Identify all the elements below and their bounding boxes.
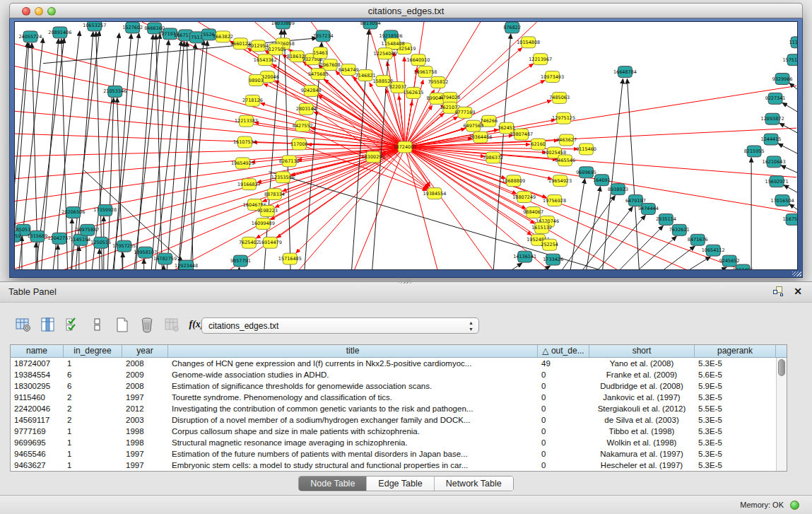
graph-node[interactable]: 10654112 bbox=[702, 245, 725, 256]
graph-node[interactable]: 12975125 bbox=[552, 112, 575, 124]
table-row[interactable]: 946362711997Embryonic stem cells: a mode… bbox=[11, 460, 787, 471]
graph-node[interactable]: 7625402 bbox=[239, 237, 259, 248]
red-edge[interactable] bbox=[405, 147, 438, 269]
table-selector-dropdown[interactable]: citations_edges.txt ▲▼ bbox=[201, 317, 479, 334]
graph-node[interactable]: 7955812 bbox=[428, 77, 448, 88]
tab-network-table[interactable]: Network Table bbox=[435, 477, 513, 491]
select-rows-icon[interactable] bbox=[64, 316, 82, 334]
table-scrollbar[interactable] bbox=[776, 358, 787, 471]
graph-node[interactable]: 9115460 bbox=[576, 144, 596, 155]
graph-node[interactable]: 252254 bbox=[541, 239, 558, 250]
graph-node[interactable]: 1733426 bbox=[543, 254, 563, 265]
table-settings-icon[interactable] bbox=[14, 316, 33, 334]
graph-node[interactable]: 1562615 bbox=[404, 87, 424, 98]
row-height-icon[interactable] bbox=[88, 316, 107, 334]
graph-node[interactable]: 8938923 bbox=[608, 184, 628, 195]
black-edge[interactable] bbox=[779, 123, 797, 140]
delete-table-icon[interactable] bbox=[138, 316, 156, 334]
close-window-button[interactable] bbox=[22, 7, 30, 16]
graph-node[interactable]: 111730 bbox=[789, 37, 797, 48]
graph-node[interactable]: 5475685 bbox=[308, 69, 329, 80]
graph-node[interactable]: 8267130 bbox=[279, 156, 300, 167]
black-edge[interactable] bbox=[131, 34, 160, 269]
graph-node[interactable]: 16648784 bbox=[613, 66, 637, 78]
graph-node[interactable]: 8813054 bbox=[360, 22, 381, 29]
graph-node[interactable]: 9329966 bbox=[772, 74, 793, 85]
graph-node[interactable]: 16033809 bbox=[271, 22, 295, 29]
graph-node[interactable]: 16107534 bbox=[233, 136, 257, 148]
red-edge[interactable] bbox=[404, 57, 405, 147]
graph-node[interactable]: 16640910 bbox=[406, 54, 430, 66]
graph-node[interactable]: 98903 bbox=[249, 75, 264, 86]
graph-node[interactable]: 20206506 bbox=[61, 207, 85, 218]
table-row[interactable]: 911546021997Tourette syndrome. Phenomeno… bbox=[11, 392, 787, 403]
graph-node[interactable]: 16099489 bbox=[252, 218, 275, 229]
graph-node[interactable]: 9777169 bbox=[454, 107, 475, 118]
graph-node[interactable]: 9227341 bbox=[765, 93, 786, 104]
graph-node[interactable]: 12213967 bbox=[529, 54, 552, 65]
column-header-2[interactable]: year bbox=[122, 345, 168, 357]
column-header-5[interactable]: short bbox=[589, 345, 695, 357]
graph-node[interactable]: 9884067 bbox=[523, 207, 543, 218]
memory-ok-icon[interactable] bbox=[790, 501, 799, 510]
graph-node[interactable]: 24055724 bbox=[18, 31, 42, 42]
network-canvas[interactable]: 2405572420891406106532571527602846616010… bbox=[14, 21, 798, 270]
graph-node[interactable]: 12042757 bbox=[47, 233, 71, 244]
red-edge[interactable] bbox=[314, 112, 405, 147]
graph-node[interactable]: 19654923 bbox=[548, 175, 572, 187]
tab-node-table[interactable]: Node Table bbox=[299, 477, 367, 491]
red-edge[interactable] bbox=[394, 52, 405, 147]
graph-node[interactable]: 7632621 bbox=[669, 224, 690, 235]
column-header-6[interactable]: pagerank bbox=[695, 345, 776, 357]
column-header-3[interactable]: title bbox=[168, 345, 538, 357]
import-table-icon[interactable] bbox=[163, 316, 181, 334]
network-graph[interactable]: 2405572420891406106532571527602846616010… bbox=[15, 22, 797, 269]
graph-node[interactable]: 2803144 bbox=[296, 103, 317, 115]
graph-node[interactable]: 7485063 bbox=[549, 92, 570, 103]
graph-node[interactable]: 9465546 bbox=[555, 155, 575, 166]
graph-node[interactable]: 9474444 bbox=[638, 204, 659, 215]
red-edge[interactable] bbox=[405, 147, 495, 269]
graph-node[interactable]: 16914479 bbox=[259, 237, 282, 248]
graph-node[interactable]: 15716485 bbox=[278, 253, 302, 264]
black-edge[interactable] bbox=[96, 32, 103, 269]
graph-node[interactable]: 15751074 bbox=[783, 54, 797, 66]
black-edge[interactable] bbox=[627, 79, 641, 269]
table-row[interactable]: 1938455462009Genome-wide association stu… bbox=[11, 369, 787, 380]
float-panel-icon[interactable] bbox=[773, 286, 784, 297]
graph-node[interactable]: 62160 bbox=[531, 139, 546, 150]
graph-node[interactable]: 6497568 bbox=[463, 120, 483, 132]
graph-node[interactable]: 10653257 bbox=[83, 22, 106, 31]
graph-node[interactable]: 9242848 bbox=[301, 85, 322, 96]
graph-node[interactable]: 14136141 bbox=[513, 251, 536, 262]
graph-node[interactable]: 9463627 bbox=[556, 134, 577, 146]
black-edge[interactable] bbox=[648, 267, 726, 269]
graph-node[interactable]: 19166827 bbox=[237, 179, 261, 190]
graph-node[interactable]: 15463 bbox=[313, 47, 328, 59]
graph-node[interactable]: 10688809 bbox=[502, 175, 525, 187]
black-edge[interactable] bbox=[585, 226, 664, 269]
graph-node[interactable]: 8471676 bbox=[688, 234, 708, 245]
column-header-1[interactable]: in_degree bbox=[64, 345, 122, 357]
table-row[interactable]: 946554611997Estimation of the future num… bbox=[11, 448, 787, 460]
graph-node[interactable]: 21053346 bbox=[103, 86, 126, 97]
graph-node[interactable]: 1527602 bbox=[122, 22, 143, 33]
graph-node[interactable]: 12213383 bbox=[235, 115, 258, 127]
graph-node[interactable]: 17359928 bbox=[93, 205, 117, 216]
table-row[interactable]: 977716911998Corpus callosum shape and si… bbox=[11, 426, 787, 437]
red-edge[interactable] bbox=[15, 147, 405, 246]
column-chooser-icon[interactable] bbox=[39, 316, 57, 334]
graph-node[interactable]: 876822 bbox=[503, 22, 521, 33]
graph-node[interactable]: 2718126 bbox=[242, 95, 263, 106]
graph-node[interactable]: 9127505 bbox=[266, 44, 286, 55]
graph-node[interactable]: 1315689 bbox=[28, 230, 48, 242]
black-edge[interactable] bbox=[134, 35, 153, 269]
graph-node[interactable]: 7986372 bbox=[483, 152, 503, 163]
graph-node[interactable]: 8878334 bbox=[264, 189, 285, 200]
graph-node[interactable]: 8427552 bbox=[293, 120, 313, 132]
graph-node[interactable]: 1615132 bbox=[531, 222, 552, 233]
graph-node[interactable]: 1244415 bbox=[761, 134, 782, 145]
graph-node[interactable]: 39159 bbox=[15, 230, 20, 242]
close-panel-icon[interactable]: ✕ bbox=[794, 286, 802, 297]
graph-node[interactable]: 18807249 bbox=[512, 192, 536, 203]
